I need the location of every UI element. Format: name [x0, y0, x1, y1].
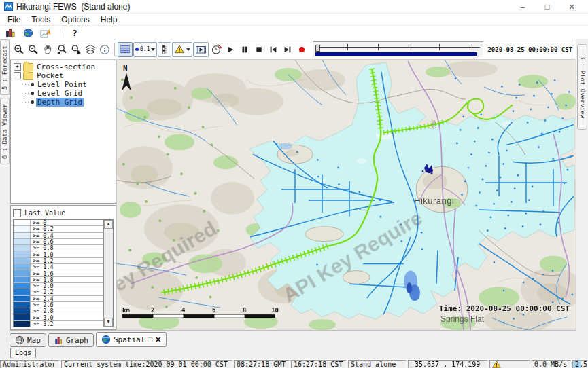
menu-options[interactable]: Options	[56, 14, 94, 25]
warnings-dropdown[interactable]	[172, 42, 192, 57]
logs-button[interactable]: Logs	[10, 348, 36, 358]
legend-row[interactable]: >= 2.0	[14, 283, 103, 289]
minimize-icon[interactable]: –	[511, 1, 535, 13]
legend-threshold-label: >= 3.0	[31, 314, 103, 320]
contour-interval-dropdown[interactable]: 0.1	[133, 42, 157, 57]
close-icon[interactable]: ✕	[559, 1, 584, 13]
tab-graph[interactable]: Graph	[48, 333, 94, 347]
legend-swatch	[14, 302, 31, 308]
info-icon[interactable]: i	[98, 42, 111, 56]
bullet-icon	[31, 100, 34, 104]
spatial-display-icon[interactable]	[39, 26, 52, 40]
legend-threshold-label: >= 1.6	[31, 270, 103, 276]
tab-forecast[interactable]: 5 : Forecast	[0, 39, 10, 95]
logs-row: Logs	[0, 347, 588, 359]
checkbox-icon[interactable]	[13, 209, 21, 217]
scroll-up-icon[interactable]: ▲	[104, 220, 113, 229]
menu-tools[interactable]: Tools	[26, 14, 56, 25]
legend-row[interactable]: >= 3.2	[14, 321, 103, 327]
legend-threshold-label: >= 2.2	[31, 289, 103, 295]
legend-row[interactable]: >= 2.6	[14, 302, 103, 308]
globe-explorer-icon[interactable]	[21, 26, 35, 40]
legend-row[interactable]: >= 2.2	[14, 289, 103, 295]
legend-row[interactable]: >= 1.2	[14, 258, 103, 264]
tab-plot-overview[interactable]: 3 : Plot Overview	[577, 44, 587, 130]
play-icon[interactable]	[224, 42, 237, 56]
timeline-handle[interactable]	[315, 45, 320, 52]
legend-panel: Last Value >= 0	[10, 205, 116, 330]
legend-threshold-label: >= 0.4	[31, 233, 103, 238]
status-memory-label: 2.5 GB	[575, 361, 588, 368]
scroll-down-icon[interactable]: ▼	[104, 318, 113, 327]
legend-threshold-label: >= 1.0	[31, 251, 103, 257]
pan-hand-icon[interactable]	[41, 42, 54, 56]
zoom-previous-icon[interactable]	[55, 42, 69, 56]
tab-data-viewer[interactable]: 6 : Data Viewer	[0, 98, 10, 164]
timeline-slider[interactable]	[313, 41, 483, 58]
tab-spatial[interactable]: Spatial □ ✕	[96, 332, 167, 347]
pause-icon[interactable]	[238, 42, 252, 56]
map-canvas[interactable]: ey Required API Key Require Hikurangi Sp…	[117, 60, 576, 330]
legend-row[interactable]: >= 0	[14, 220, 103, 226]
tree-guide	[24, 102, 29, 103]
chevron-down-icon	[151, 48, 155, 53]
bottom-tab-bar: Map Graph Spatial □ ✕	[0, 331, 588, 347]
legend-row[interactable]: >= 0.4	[14, 233, 103, 239]
legend-row[interactable]: >= 1.4	[14, 264, 103, 270]
legend-threshold-label: >= 0	[31, 220, 103, 225]
legend-row[interactable]: >= 1.0	[14, 251, 103, 257]
status-warning[interactable]	[489, 360, 530, 368]
tree-item-depth-grid[interactable]: Depth Grid	[21, 98, 116, 107]
menu-file[interactable]: File	[2, 14, 26, 25]
legend-row[interactable]: >= 0.2	[14, 226, 103, 232]
tree-item-level-grid[interactable]: Level Grid	[21, 89, 116, 98]
legend-row[interactable]: >= 2.8	[14, 308, 103, 314]
zoom-out-icon[interactable]	[27, 42, 40, 56]
legend-swatch	[14, 314, 31, 320]
legend-row[interactable]: >= 1.6	[14, 270, 103, 276]
collapse-icon[interactable]: -	[14, 72, 21, 79]
skip-to-end-icon[interactable]	[281, 42, 294, 56]
legend-row[interactable]: >= 0.8	[14, 245, 103, 251]
zoom-next-icon[interactable]	[69, 42, 83, 56]
layers-icon[interactable]	[84, 42, 97, 56]
gauge-scale-button[interactable]	[158, 42, 171, 57]
tree-guide	[24, 84, 29, 85]
warning-icon	[492, 361, 501, 368]
last-value-option[interactable]: Last Value	[13, 208, 114, 218]
tree-item-pocket[interactable]: - Pocket	[11, 71, 116, 80]
legend-rows: >= 0 >= 0.2 >= 0.4	[14, 220, 103, 327]
time-navigator-icon[interactable]	[209, 42, 223, 56]
legend-threshold-label: >= 1.2	[31, 258, 103, 263]
bullet-icon	[31, 83, 34, 86]
legend-scrollbar[interactable]: ▲ ▼	[103, 220, 113, 327]
legend-swatch	[14, 296, 31, 301]
expand-icon[interactable]: +	[14, 63, 21, 71]
legend-row[interactable]: >= 3.0	[14, 314, 103, 320]
database-icon[interactable]	[3, 26, 17, 40]
north-label: N	[123, 64, 128, 73]
legend-row[interactable]: >= 1.8	[14, 277, 103, 283]
float-panel-icon[interactable]: □	[148, 335, 152, 344]
legend-swatch	[14, 226, 31, 232]
stop-icon[interactable]	[252, 42, 266, 56]
main-toolbar: ?	[0, 26, 588, 40]
legend-threshold-label: >= 1.8	[31, 277, 103, 282]
legend-row[interactable]: >= 2.4	[14, 296, 103, 302]
close-panel-icon[interactable]: ✕	[155, 335, 161, 344]
legend-swatch	[14, 321, 31, 327]
record-icon[interactable]	[295, 42, 309, 56]
help-button[interactable]: ?	[68, 26, 82, 40]
skip-to-start-icon[interactable]	[266, 42, 280, 56]
maximize-icon[interactable]: □	[535, 1, 559, 13]
grid-display-button[interactable]	[118, 42, 133, 57]
legend-swatch	[14, 270, 31, 276]
zoom-in-icon[interactable]	[12, 42, 26, 56]
animation-player-button[interactable]	[193, 42, 209, 57]
tab-map[interactable]: Map	[10, 333, 46, 347]
legend-row[interactable]: >= 0.6	[14, 239, 103, 245]
status-network: 0.0 MB/s	[532, 360, 571, 368]
menu-help[interactable]: Help	[95, 14, 123, 25]
tree-item-level-point[interactable]: Level Point	[21, 80, 116, 89]
title-bar: Hikurangi FEWS (Stand alone) – □ ✕	[0, 0, 588, 14]
